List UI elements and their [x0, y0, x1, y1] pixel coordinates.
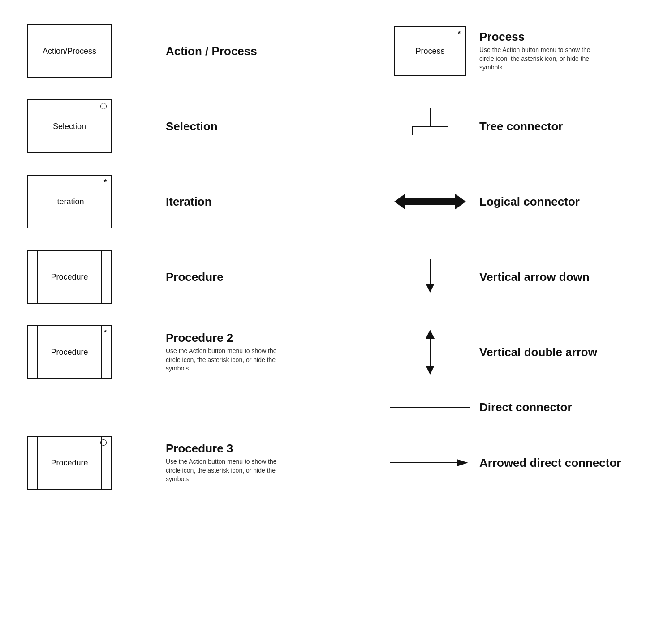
selection-box-label: Selection: [53, 122, 86, 131]
iteration-box: * Iteration: [27, 175, 112, 228]
action-process-shape-cell: Action/Process: [18, 13, 161, 89]
procedure3-shape-cell: Procedure: [18, 425, 161, 500]
svg-marker-10: [426, 284, 435, 293]
procedure-box: Procedure: [27, 250, 112, 304]
process-asterisk: *: [458, 30, 461, 38]
svg-marker-8: [455, 194, 466, 210]
procedure2-label-cell: Procedure 2 Use the Action button menu t…: [161, 320, 385, 384]
procedure-label: Procedure: [166, 270, 224, 284]
procedure-label-cell: Procedure: [161, 259, 385, 295]
process-box: * Process: [394, 26, 466, 76]
iteration-label: Iteration: [166, 195, 212, 209]
arrowed-line-cell: [385, 445, 475, 480]
svg-marker-13: [426, 366, 435, 375]
v-arrow-down-svg: [421, 257, 439, 297]
procedure-box-label: Procedure: [51, 272, 88, 282]
selection-box: Selection: [27, 99, 112, 153]
action-process-box-label: Action/Process: [43, 47, 96, 56]
procedure3-title: Procedure 3: [166, 442, 282, 456]
procedure2-sub: Use the Action button menu to show the c…: [166, 347, 282, 373]
svg-marker-7: [394, 194, 405, 210]
procedure3-desc: Procedure 3 Use the Action button menu t…: [166, 442, 282, 484]
procedure2-box: * Procedure: [27, 325, 112, 379]
procedure3-sub: Use the Action button menu to show the c…: [166, 457, 282, 484]
logical-connector-label: Logical connector: [479, 195, 580, 209]
process-desc-cell: Process Use the Action button menu to sh…: [475, 19, 654, 83]
svg-rect-6: [405, 198, 455, 205]
procedure2-asterisk: *: [104, 329, 107, 337]
v-double-arrow-cell: [385, 319, 475, 385]
selection-corner-circle: [100, 103, 107, 109]
selection-label: Selection: [166, 120, 218, 133]
tree-connector-label-cell: Tree connector: [475, 109, 654, 144]
bold-double-arrow-svg: [394, 190, 466, 213]
process-box-label: Process: [415, 47, 444, 56]
iteration-shape-cell: * Iteration: [18, 164, 161, 239]
action-process-label-cell: Action / Process: [161, 34, 385, 69]
iteration-asterisk: *: [104, 178, 107, 186]
v-double-arrow-svg: [421, 330, 439, 375]
procedure2-desc: Procedure 2 Use the Action button menu t…: [166, 331, 282, 373]
arrowed-line-svg: [390, 456, 470, 469]
procedure3-label-cell: Procedure 3 Use the Action button menu t…: [161, 431, 385, 495]
procedure2-shape-cell: * Procedure: [18, 314, 161, 390]
tree-connector-label: Tree connector: [479, 120, 563, 133]
iteration-label-cell: Iteration: [161, 184, 385, 220]
logical-connector-label-cell: Logical connector: [475, 184, 654, 220]
procedure-shape-cell: Procedure: [18, 239, 161, 314]
tree-connector-svg: [403, 104, 457, 149]
direct-line-svg: [390, 403, 470, 412]
svg-marker-16: [457, 459, 468, 466]
procedure2-title: Procedure 2: [166, 331, 282, 345]
v-arrow-down-label: Vertical arrow down: [479, 270, 590, 284]
arrowed-direct-connector-label-cell: Arrowed direct connector: [475, 445, 654, 481]
v-arrow-down-label-cell: Vertical arrow down: [475, 259, 654, 295]
procedure2-box-label: Procedure: [51, 348, 88, 357]
action-process-label: Action / Process: [166, 44, 257, 58]
direct-connector-label: Direct connector: [479, 400, 572, 414]
v-double-arrow-label: Vertical double arrow: [479, 345, 597, 359]
v-double-arrow-label-cell: Vertical double arrow: [475, 335, 654, 370]
legend-grid: Action/Process Action / Process * Proces…: [18, 13, 654, 500]
tree-connector-cell: [385, 93, 475, 159]
bold-double-arrow-cell: [385, 180, 475, 224]
direct-empty-label-cell: [161, 397, 385, 418]
iteration-box-label: Iteration: [55, 197, 84, 207]
process-desc: Process Use the Action button menu to sh…: [479, 30, 596, 72]
procedure3-box-label: Procedure: [51, 458, 88, 468]
v-arrow-down-cell: [385, 246, 475, 308]
procedure3-corner-circle: [100, 439, 107, 446]
arrowed-direct-connector-label: Arrowed direct connector: [479, 456, 621, 470]
process-desc-title: Process: [479, 30, 596, 44]
direct-connector-label-cell: Direct connector: [475, 390, 654, 425]
selection-shape-cell: Selection: [18, 89, 161, 164]
procedure3-box: Procedure: [27, 436, 112, 490]
direct-line-cell: [385, 392, 475, 423]
direct-empty-shape-cell: [18, 397, 161, 418]
process-box-cell: * Process: [385, 16, 475, 86]
action-process-box: Action/Process: [27, 24, 112, 78]
selection-label-cell: Selection: [161, 109, 385, 144]
process-desc-text: Use the Action button menu to show the c…: [479, 46, 596, 72]
